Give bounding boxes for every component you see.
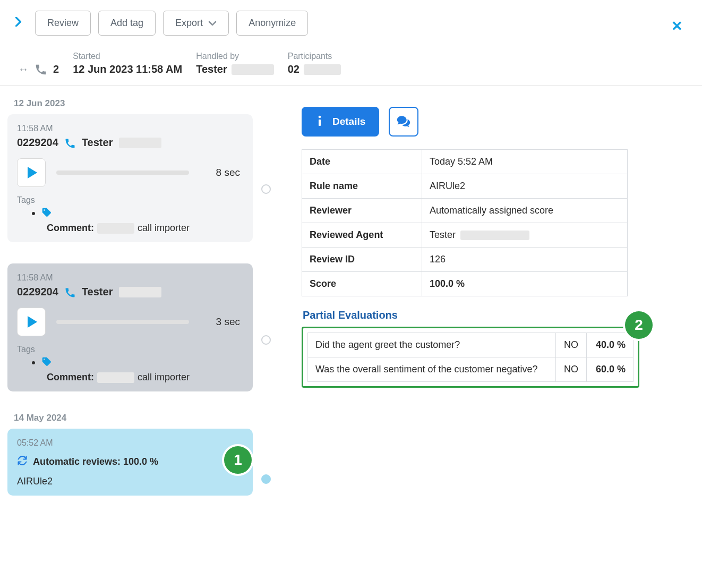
play-button[interactable] <box>17 308 46 336</box>
timeline-marker <box>261 184 271 194</box>
participants-value: 02 <box>288 63 341 75</box>
tags-label: Tags <box>17 345 243 354</box>
call-duration: 8 sec <box>216 167 240 178</box>
callout-badge-1: 1 <box>224 446 252 474</box>
info-label: Date <box>302 150 422 174</box>
chat-button[interactable] <box>389 107 418 137</box>
redacted-area <box>97 223 134 234</box>
info-value: Today 5:52 AM <box>422 150 628 174</box>
svg-point-0 <box>319 115 321 118</box>
phone-icon <box>65 286 75 298</box>
info-icon <box>315 115 324 129</box>
agent-name: Tester <box>82 286 113 298</box>
info-value: 126 <box>422 248 628 272</box>
refresh-icon <box>17 455 28 468</box>
comment-label: Comment: <box>47 372 94 383</box>
export-button-label: Export <box>175 18 203 29</box>
transfer-icon: ↔ <box>18 63 29 75</box>
chevron-down-icon <box>208 19 217 28</box>
play-icon <box>28 167 37 178</box>
redacted-area <box>119 287 161 297</box>
info-value: AIRUle2 <box>422 174 628 199</box>
redacted-area <box>119 138 161 148</box>
play-button[interactable] <box>17 158 46 187</box>
chat-icon <box>397 115 410 129</box>
phone-icon <box>35 63 47 75</box>
table-row: Score 100.0 % <box>302 272 628 296</box>
eval-answer: NO <box>556 357 587 382</box>
rule-name: AIRUle2 <box>17 476 243 487</box>
redacted-area <box>232 64 274 75</box>
call-number: 0229204 <box>17 286 58 298</box>
table-row: Reviewer Automatically assigned score <box>302 199 628 223</box>
started-label: Started <box>73 52 182 61</box>
progress-bar[interactable] <box>56 171 189 175</box>
table-row: Did the agent greet the customer? NO 40.… <box>308 333 633 357</box>
table-row: Review ID 126 <box>302 248 628 272</box>
redacted-area <box>304 64 341 75</box>
comment-label: Comment: <box>47 223 94 234</box>
bullet-icon <box>32 212 35 215</box>
review-info-table: Date Today 5:52 AM Rule name AIRUle2 Rev… <box>302 149 628 296</box>
eval-percent: 40.0 % <box>587 333 633 357</box>
partial-evaluations-container: Did the agent greet the customer? NO 40.… <box>302 327 639 388</box>
partial-evaluations-table: Did the agent greet the customer? NO 40.… <box>307 333 633 382</box>
info-value: Automatically assigned score <box>422 199 628 223</box>
redacted-area <box>97 372 134 383</box>
eval-answer: NO <box>556 333 587 357</box>
handled-value: Tester <box>196 63 274 75</box>
toolbar: Review Add tag Export Anonymize ✕ <box>0 0 702 43</box>
table-row: Rule name AIRUle2 <box>302 174 628 199</box>
agent-name: Tester <box>82 137 113 149</box>
comment-text: call importer <box>138 223 190 234</box>
call-card[interactable]: 11:58 AM 0229204 Tester 3 sec Tags <box>7 263 253 391</box>
call-duration: 3 sec <box>216 316 240 328</box>
table-row: Reviewed Agent Tester <box>302 223 628 248</box>
timeline-marker-active <box>261 474 271 484</box>
eval-question: Did the agent greet the customer? <box>308 333 556 357</box>
tag-icon[interactable] <box>41 207 52 219</box>
timeline-marker <box>261 335 271 345</box>
handled-name: Tester <box>196 63 227 75</box>
participants-prefix: 02 <box>288 63 299 75</box>
segment-count: 2 <box>53 63 59 75</box>
timeline <box>259 94 280 580</box>
export-button[interactable]: Export <box>163 11 229 36</box>
chevron-right-icon[interactable] <box>15 17 22 29</box>
redacted-area <box>460 231 529 240</box>
add-tag-button[interactable]: Add tag <box>98 11 156 36</box>
info-label: Reviewer <box>302 199 422 223</box>
details-button[interactable]: Details <box>302 107 379 137</box>
anonymize-button[interactable]: Anonymize <box>236 11 308 36</box>
callout-badge-2: 2 <box>625 311 653 339</box>
auto-review-card[interactable]: 05:52 AM Automatic reviews: 100.0 % AIRU… <box>7 429 253 496</box>
eval-question: Was the overall sentiment of the custome… <box>308 357 556 382</box>
table-row: Date Today 5:52 AM <box>302 150 628 174</box>
date-separator: 14 May 2024 <box>14 413 290 423</box>
call-card[interactable]: 11:58 AM 0229204 Tester 8 sec Tags <box>7 114 253 242</box>
play-icon <box>28 316 37 328</box>
eval-percent: 60.0 % <box>587 357 633 382</box>
info-label: Reviewed Agent <box>302 223 422 248</box>
info-value: Tester <box>422 223 628 248</box>
partial-evaluations-title: Partial Evaluations <box>303 309 681 321</box>
svg-rect-1 <box>319 120 321 126</box>
close-icon[interactable]: ✕ <box>671 19 683 33</box>
comment-text: call importer <box>138 372 190 383</box>
info-label: Score <box>302 272 422 296</box>
tags-label: Tags <box>17 195 243 205</box>
started-value: 12 Jun 2023 11:58 AM <box>73 63 182 75</box>
review-button[interactable]: Review <box>35 11 91 36</box>
phone-icon <box>65 137 75 149</box>
auto-review-heading: Automatic reviews: 100.0 % <box>33 456 158 467</box>
call-time: 11:58 AM <box>17 273 243 283</box>
table-row: Was the overall sentiment of the custome… <box>308 357 633 382</box>
call-time: 11:58 AM <box>17 124 243 133</box>
bullet-icon <box>32 361 35 364</box>
progress-bar[interactable] <box>56 320 189 324</box>
handled-label: Handled by <box>196 52 274 61</box>
meta-row: ↔ 2 Started 12 Jun 2023 11:58 AM Handled… <box>0 43 702 86</box>
info-label: Rule name <box>302 174 422 199</box>
info-label: Review ID <box>302 248 422 272</box>
tag-icon[interactable] <box>41 356 52 369</box>
